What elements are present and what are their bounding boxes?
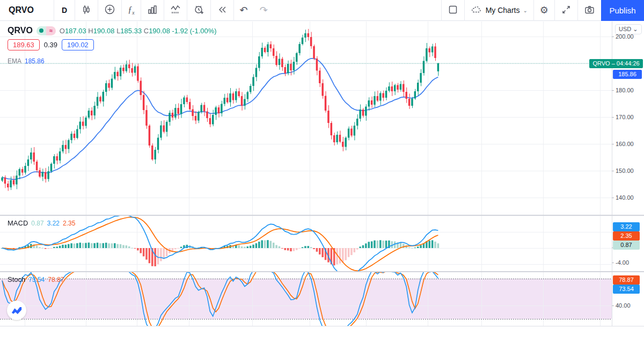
price-chart-canvas[interactable] (0, 21, 612, 215)
stoch-d-value: 78.87 (48, 276, 64, 283)
toolbar-right-group: My Charts ⌄ ⚙ (441, 0, 644, 20)
time-axis[interactable] (0, 326, 644, 342)
fullscreen-icon (561, 4, 572, 17)
top-toolbar: QRVO D ƒx (0, 0, 644, 21)
snapshot-button[interactable] (578, 0, 601, 20)
tradingview-chart-app: QRVO D ƒx (0, 0, 644, 342)
layout-select-button[interactable] (442, 0, 464, 20)
indicators-button[interactable]: ƒx (122, 0, 140, 20)
price-tick: 160.00 (616, 141, 634, 147)
publish-button[interactable]: Publish (601, 0, 644, 21)
pane-divider[interactable] (0, 271, 644, 272)
low-value: 185.33 (120, 27, 142, 35)
last-price-countdown-label: QRVO – 04:44:26 (589, 59, 643, 68)
market-open-icon (36, 26, 46, 35)
currency-label: USD (619, 26, 631, 32)
macd-line-value: 3.22 (47, 220, 60, 227)
candlestick-icon (81, 4, 92, 17)
my-charts-button[interactable]: My Charts ⌄ (465, 0, 533, 20)
ema-legend-row[interactable]: EMA 185.86 (8, 57, 45, 65)
ohlc-values: O187.03 H190.08 L185.33 C190.08 -1.92 (-… (60, 27, 217, 35)
bar-replay-button[interactable] (211, 0, 233, 20)
ema-label: EMA (8, 57, 21, 65)
wave-chart-icon (170, 4, 181, 17)
symbol-search-button[interactable]: QRVO (0, 0, 54, 20)
compare-button[interactable] (98, 0, 121, 20)
close-key: C (144, 27, 149, 35)
fx-icon: ƒx (128, 5, 134, 16)
legend-symbol[interactable]: QRVO (8, 26, 33, 35)
close-value: 190.08 (149, 27, 170, 35)
chart-settings-button[interactable]: ⚙ (534, 0, 554, 20)
tradingview-logo[interactable] (7, 301, 26, 320)
price-tick: 170.00 (616, 114, 634, 120)
indicator-templates-button[interactable] (141, 0, 164, 20)
extended-hours-icon: ≈ (46, 26, 56, 35)
macd-legend-row[interactable]: MACD 0.87 3.22 2.35 (8, 219, 75, 227)
stoch-pane-canvas[interactable] (0, 272, 612, 326)
bid-price[interactable]: 189.63 (8, 39, 40, 50)
open-key: O (60, 27, 65, 35)
macd-signal-axis-label: 2.35 (613, 231, 640, 241)
stoch-tick: 40.00 (616, 302, 631, 309)
redo-button[interactable]: ↷ (254, 0, 274, 20)
high-key: H (88, 27, 93, 35)
plus-circle-icon (104, 4, 115, 17)
forecast-button[interactable] (164, 0, 187, 20)
fullscreen-button[interactable] (555, 0, 577, 20)
macd-hist-value: 0.87 (31, 220, 43, 227)
chevron-down-icon: ⌄ (523, 8, 527, 13)
macd-line-axis-label: 3.22 (613, 222, 640, 231)
ask-price[interactable]: 190.02 (62, 39, 94, 50)
layout-square-icon (448, 4, 458, 17)
high-value: 190.08 (93, 27, 115, 35)
chevron-down-icon: ⌄ (633, 26, 638, 32)
open-value: 187.03 (65, 27, 86, 35)
cloud-icon (471, 4, 482, 17)
symbol-legend-row: QRVO ≈ O187.03 H190.08 L185.33 C190.08 -… (8, 26, 217, 35)
macd-label: MACD (8, 219, 28, 227)
interval-button[interactable]: D (54, 0, 75, 20)
create-alert-button[interactable] (187, 0, 210, 20)
stoch-k-value: 73.54 (28, 276, 45, 283)
macd-signal-value: 2.35 (63, 220, 75, 227)
stoch-k-axis-label: 73.54 (613, 285, 640, 294)
spread-value: 0.39 (44, 41, 57, 49)
price-tick: 150.00 (616, 168, 634, 174)
rewind-icon (217, 4, 228, 17)
alarm-clock-plus-icon (193, 4, 204, 17)
currency-dropdown[interactable]: USD ⌄ (615, 24, 642, 34)
camera-icon (584, 4, 595, 17)
bid-ask-row: 189.63 0.39 190.02 (8, 39, 94, 50)
stoch-d-axis-label: 78.87 (613, 275, 640, 285)
macd-hist-axis-label: 0.87 (613, 241, 640, 250)
price-tick: 140.00 (616, 194, 634, 201)
macd-tick-neg: -4.00 (616, 259, 629, 266)
change-value: -1.92 (-1.00%) (172, 27, 217, 35)
ema-axis-label: 185.86 (613, 70, 642, 79)
market-status-pill[interactable]: ≈ (36, 26, 56, 35)
ema-value: 185.86 (25, 57, 45, 65)
chart-style-button[interactable] (75, 0, 98, 20)
stoch-legend-row[interactable]: Stoch 73.54 78.87 (8, 275, 64, 283)
my-charts-label: My Charts (486, 6, 520, 14)
undo-button[interactable]: ↶ (234, 0, 254, 20)
redo-icon: ↷ (260, 5, 268, 15)
undo-icon: ↶ (240, 5, 248, 15)
gear-icon: ⚙ (540, 5, 548, 15)
macd-pane-canvas[interactable] (0, 216, 612, 271)
mountain-chart-icon (11, 304, 23, 316)
bar-chart-icon (147, 4, 158, 17)
stoch-label: Stoch (8, 275, 25, 283)
price-tick: 180.00 (616, 87, 634, 93)
pane-divider[interactable] (0, 215, 644, 216)
